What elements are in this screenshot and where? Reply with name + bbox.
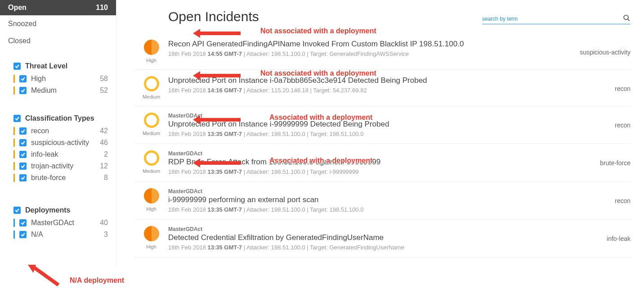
incident-classification: recon	[559, 188, 631, 204]
incident-deployment: MasterGDAct	[168, 226, 559, 232]
incident-meta: 16th Feb 2018 13:35 GMT-7 | Attacker: 19…	[168, 168, 559, 175]
page-title: Open Incidents	[168, 9, 259, 24]
filter-label: High	[31, 75, 46, 83]
severity-indicator: High	[134, 226, 168, 249]
incident-title: i-99999999 performing an external port s…	[168, 195, 559, 204]
tab-label: Open	[8, 4, 27, 12]
filter-count: 12	[100, 162, 108, 170]
incident-row[interactable]: Medium Unprotected Port on Instance i-0a…	[134, 70, 631, 106]
main-content: Open Incidents High Recon API GeneratedF…	[116, 0, 644, 267]
filter-row[interactable]: trojan-activity 12	[0, 160, 116, 172]
incident-row[interactable]: Medium MasterGDAct Unprotected Port on I…	[134, 106, 631, 144]
severity-icon	[144, 113, 159, 128]
filter-bar	[13, 86, 15, 95]
severity-indicator: Medium	[134, 150, 168, 174]
severity-indicator: Medium	[134, 76, 168, 100]
sidebar-tab-snoozed[interactable]: Snoozed	[0, 15, 116, 32]
filter-bar	[13, 150, 15, 158]
incident-deployment: MasterGDAct	[168, 150, 559, 157]
severity-icon	[144, 150, 159, 166]
incident-title: Unprotected Port on Instance i-0a7bbb865…	[168, 76, 559, 85]
severity-label: High	[134, 206, 168, 212]
severity-icon	[144, 226, 159, 241]
sidebar-tab-closed[interactable]: Closed	[0, 32, 116, 50]
filter-count: 2	[104, 150, 108, 158]
check-icon[interactable]	[19, 163, 27, 170]
filter-row[interactable]: Medium 52	[0, 85, 116, 96]
filter-count: 8	[104, 174, 108, 182]
filter-count: 3	[104, 231, 108, 239]
check-icon[interactable]	[13, 207, 21, 214]
filter-row[interactable]: N/A 3	[0, 229, 116, 240]
incident-classification: info-leak	[559, 226, 631, 242]
tab-count: 110	[96, 4, 108, 12]
filter-label: trojan-activity	[31, 162, 73, 170]
sidebar-tab-open[interactable]: Open 110	[0, 0, 116, 15]
check-icon[interactable]	[19, 75, 27, 82]
filter-count: 46	[100, 139, 108, 147]
filter-row[interactable]: recon 42	[0, 125, 116, 137]
incident-meta: 16th Feb 2018 13:35 GMT-7 | Attacker: 19…	[168, 244, 559, 251]
search-icon[interactable]	[623, 14, 631, 22]
incident-deployment: MasterGDAct	[168, 188, 559, 194]
filter-count: 40	[100, 219, 108, 227]
search-field[interactable]	[482, 14, 631, 24]
severity-label: Medium	[134, 94, 168, 100]
filter-bar	[13, 139, 15, 147]
filter-count: 42	[100, 127, 108, 135]
incident-meta: 16th Feb 2018 13:35 GMT-7 | Attacker: 19…	[168, 131, 559, 137]
check-icon[interactable]	[13, 63, 21, 70]
filter-row[interactable]: info-leak 2	[0, 149, 116, 160]
severity-indicator: High	[134, 40, 168, 63]
check-icon[interactable]	[19, 151, 27, 158]
severity-icon	[144, 188, 159, 204]
check-icon[interactable]	[19, 87, 27, 94]
svg-line-1	[628, 19, 630, 21]
filter-row[interactable]: High 58	[0, 73, 116, 85]
filter-bar	[13, 162, 15, 170]
incident-title: Unprotected Port on Instance i-99999999 …	[168, 120, 559, 129]
incident-row[interactable]: High MasterGDAct i-99999999 performing a…	[134, 182, 631, 220]
severity-indicator: High	[134, 188, 168, 212]
severity-icon	[144, 76, 159, 91]
incident-classification: brute-force	[559, 150, 631, 167]
filter-label: brute-force	[31, 174, 66, 182]
severity-indicator: Medium	[134, 113, 168, 136]
filter-row[interactable]: MasterGDAct 40	[0, 217, 116, 229]
filter-bar	[13, 174, 15, 182]
deployments-header[interactable]: Deployments	[0, 202, 116, 217]
threat-level-header[interactable]: Threat Level	[0, 58, 116, 73]
check-icon[interactable]	[19, 127, 27, 135]
incident-row[interactable]: Medium MasterGDAct RDP Brute Force Attac…	[134, 144, 631, 182]
severity-label: High	[134, 244, 168, 249]
incident-classification: recon	[559, 113, 631, 129]
filter-label: Medium	[31, 86, 57, 95]
filter-bar	[13, 219, 15, 227]
check-icon[interactable]	[19, 219, 27, 226]
filter-count: 58	[100, 75, 108, 83]
filter-label: suspicious-activity	[31, 139, 89, 147]
check-icon[interactable]	[19, 174, 27, 181]
incident-meta: 16th Feb 2018 13:35 GMT-7 | Attacker: 19…	[168, 206, 559, 213]
incident-deployment: MasterGDAct	[168, 113, 559, 119]
filter-label: MasterGDAct	[31, 219, 74, 227]
incident-title: Recon API GeneratedFindingAPIName Invoke…	[168, 40, 559, 49]
filter-row[interactable]: brute-force 8	[0, 172, 116, 184]
classification-header[interactable]: Classification Types	[0, 110, 116, 125]
filter-row[interactable]: suspicious-activity 46	[0, 137, 116, 149]
incident-meta: 16th Feb 2018 14:55 GMT-7 | Attacker: 19…	[168, 50, 559, 57]
svg-point-0	[624, 15, 628, 20]
filter-label: info-leak	[31, 150, 58, 158]
incident-row[interactable]: High MasterGDAct Detected Credential Exf…	[134, 220, 631, 258]
severity-icon	[144, 40, 159, 55]
filter-label: recon	[31, 127, 49, 135]
filter-count: 52	[100, 86, 108, 95]
check-icon[interactable]	[19, 231, 27, 238]
search-input[interactable]	[482, 16, 623, 22]
severity-label: High	[134, 58, 168, 63]
incident-title: RDP Brute Force Attack from 198.51.100.0…	[168, 158, 559, 167]
check-icon[interactable]	[19, 139, 27, 146]
severity-label: Medium	[134, 168, 168, 174]
check-icon[interactable]	[13, 115, 21, 122]
incident-row[interactable]: High Recon API GeneratedFindingAPIName I…	[134, 33, 631, 70]
